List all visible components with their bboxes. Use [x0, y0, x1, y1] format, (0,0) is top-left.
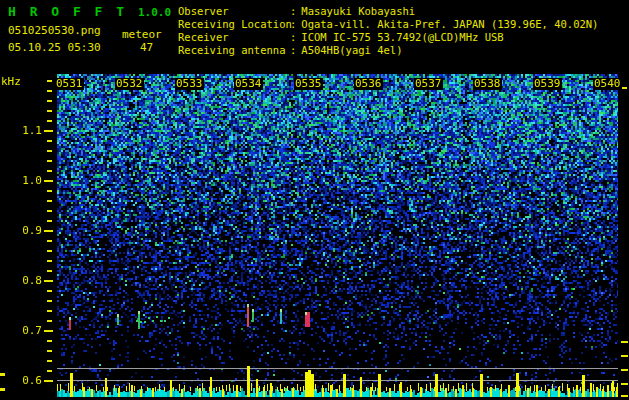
strip-left-tick	[0, 388, 5, 391]
info-value: Ogata-vill. Akita-Pref. JAPAN (139.96E, …	[301, 18, 598, 30]
frequency-minor-tick	[47, 340, 52, 342]
frequency-minor-tick	[47, 350, 52, 352]
frequency-tick-label: 0.8	[16, 275, 42, 287]
frequency-tick-label: 1.0	[16, 175, 42, 187]
app-title: H R O F F T	[8, 4, 127, 19]
top-right-minor-tick	[622, 87, 627, 89]
info-label: Observer	[178, 5, 290, 18]
observation-datetime: 05.10.25 05:30	[8, 41, 101, 54]
info-separator: :	[290, 31, 296, 44]
frequency-minor-tick	[47, 190, 52, 192]
info-separator: :	[290, 44, 296, 57]
amplitude-scale-tick	[621, 341, 628, 343]
info-separator: :	[290, 5, 296, 18]
frequency-major-tick	[44, 230, 53, 232]
frequency-major-tick	[44, 280, 53, 282]
frequency-major-tick	[44, 130, 53, 132]
frequency-minor-tick	[47, 270, 52, 272]
output-filename: 0510250530.png	[8, 24, 101, 37]
station-info-row: Receiving antenna:A504HB(yagi 4el)	[178, 44, 598, 57]
frequency-minor-tick	[47, 320, 52, 322]
frequency-minor-tick	[47, 140, 52, 142]
frequency-tick-label: 1.1	[16, 125, 42, 137]
info-label: Receiving antenna	[178, 44, 290, 57]
frequency-minor-tick	[47, 220, 52, 222]
frequency-major-tick	[44, 180, 53, 182]
frequency-major-tick	[44, 330, 53, 332]
strip-left-tick	[0, 373, 5, 376]
info-separator: :	[290, 18, 296, 31]
frequency-minor-tick	[47, 310, 52, 312]
station-info-row: Receiver:ICOM IC-575 53.7492(@LCD)MHz US…	[178, 31, 598, 44]
hrofft-screen: H R O F F T 1.0.0 0510250530.png meteor …	[0, 0, 629, 400]
frequency-minor-tick	[47, 80, 52, 82]
frequency-minor-tick	[47, 170, 52, 172]
info-value: A504HB(yagi 4el)	[301, 44, 402, 56]
amplitude-scale-tick	[621, 369, 628, 371]
frequency-minor-tick	[47, 360, 52, 362]
station-info-row: Observer:Masayuki Kobayashi	[178, 5, 598, 18]
amplitude-scale-tick	[621, 383, 628, 385]
frequency-minor-tick	[47, 240, 52, 242]
station-info-row: Receiving Location:Ogata-vill. Akita-Pre…	[178, 18, 598, 31]
frequency-minor-tick	[47, 260, 52, 262]
frequency-axis-unit: kHz	[1, 76, 21, 88]
frequency-minor-tick	[47, 100, 52, 102]
spectrogram-canvas	[57, 74, 618, 397]
info-value: ICOM IC-575 53.7492(@LCD)MHz USB	[301, 31, 503, 43]
amplitude-scale-tick	[621, 395, 628, 397]
frequency-minor-tick	[47, 90, 52, 92]
frequency-minor-tick	[47, 370, 52, 372]
frequency-minor-tick	[47, 290, 52, 292]
station-info: Observer:Masayuki Kobayashi Receiving Lo…	[178, 5, 598, 57]
frequency-minor-tick	[47, 110, 52, 112]
frequency-major-tick	[44, 380, 53, 382]
info-label: Receiving Location	[178, 18, 290, 31]
frequency-minor-tick	[47, 200, 52, 202]
amplitude-scale-tick	[621, 355, 628, 357]
frequency-minor-tick	[47, 210, 52, 212]
frequency-tick-label: 0.6	[16, 375, 42, 387]
app-version: 1.0.0	[138, 6, 171, 19]
echo-count: 47	[140, 41, 153, 54]
frequency-minor-tick	[47, 160, 52, 162]
info-label: Receiver	[178, 31, 290, 44]
frequency-minor-tick	[47, 250, 52, 252]
frequency-minor-tick	[47, 300, 52, 302]
frequency-tick-label: 0.9	[16, 225, 42, 237]
info-value: Masayuki Kobayashi	[301, 5, 415, 17]
frequency-tick-label: 0.7	[16, 325, 42, 337]
mode-label: meteor	[122, 28, 162, 41]
frequency-minor-tick	[47, 120, 52, 122]
frequency-minor-tick	[47, 150, 52, 152]
